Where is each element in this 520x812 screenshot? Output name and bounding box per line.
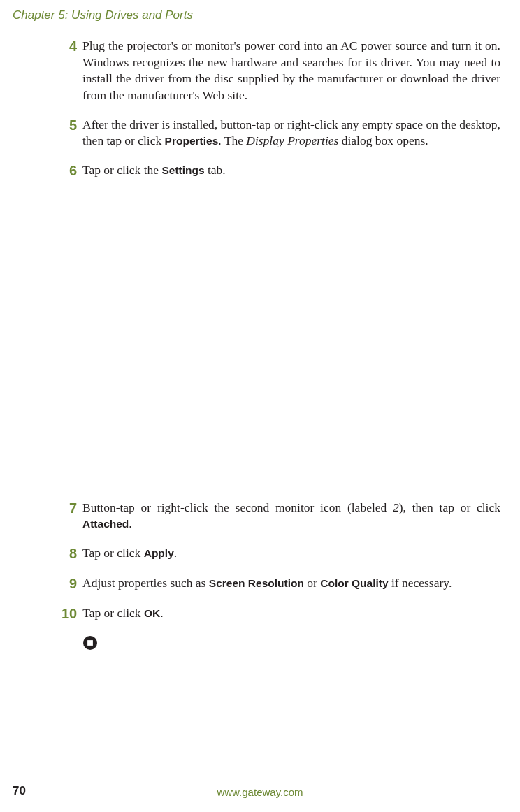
step-number: 10 bbox=[62, 605, 82, 623]
step-number: 7 bbox=[62, 500, 82, 532]
dialog-name: Display Properties bbox=[246, 133, 338, 147]
step-text: Button-tap or right-click the second mon… bbox=[82, 500, 393, 514]
ui-label-color-quality: Color Quality bbox=[320, 577, 388, 589]
ui-label-properties: Properties bbox=[165, 135, 219, 147]
step-number: 4 bbox=[62, 38, 82, 104]
ui-label-apply: Apply bbox=[144, 547, 174, 559]
ui-label-ok: OK bbox=[144, 607, 160, 619]
step-text: or bbox=[304, 576, 320, 590]
step-text: Plug the projector's or monitor's power … bbox=[82, 38, 500, 102]
step-text: . bbox=[174, 546, 177, 560]
step-body: Tap or click the Settings tab. bbox=[82, 162, 500, 180]
step-text: . The bbox=[218, 133, 246, 147]
step-text: Adjust properties such as bbox=[82, 576, 209, 590]
step-number: 9 bbox=[62, 575, 82, 593]
ui-label-screen-resolution: Screen Resolution bbox=[209, 577, 304, 589]
step-text: Tap or click bbox=[82, 546, 144, 560]
step-text: Tap or click the bbox=[82, 163, 161, 177]
footer-url: www.gateway.com bbox=[0, 786, 520, 798]
chapter-header: Chapter 5: Using Drives and Ports bbox=[13, 8, 193, 22]
step-body: Tap or click Apply. bbox=[82, 545, 500, 563]
step-text: if necessary. bbox=[389, 576, 452, 590]
step-text: tab. bbox=[205, 163, 226, 177]
step-body: Button-tap or right-click the second mon… bbox=[82, 500, 500, 532]
step-7: 7 Button-tap or right-click the second m… bbox=[62, 500, 500, 532]
svg-rect-1 bbox=[87, 640, 94, 646]
step-body: Tap or click OK. bbox=[82, 605, 500, 623]
monitor-label: 2 bbox=[393, 500, 399, 514]
step-8: 8 Tap or click Apply. bbox=[62, 545, 500, 563]
step-text: Tap or click bbox=[82, 606, 144, 620]
step-5: 5 After the driver is installed, button-… bbox=[62, 117, 500, 150]
image-placeholder-gap bbox=[62, 192, 500, 500]
step-text: dialog box opens. bbox=[338, 133, 428, 147]
step-number: 8 bbox=[62, 545, 82, 563]
step-text: . bbox=[160, 606, 163, 620]
step-body: After the driver is installed, button-ta… bbox=[82, 117, 500, 150]
content-area: 4 Plug the projector's or monitor's powe… bbox=[62, 38, 500, 651]
end-of-procedure-icon bbox=[82, 635, 500, 651]
ui-label-settings: Settings bbox=[161, 164, 204, 176]
step-number: 6 bbox=[62, 162, 82, 180]
step-text: . bbox=[129, 516, 131, 530]
step-4: 4 Plug the projector's or monitor's powe… bbox=[62, 38, 500, 104]
step-number: 5 bbox=[62, 117, 82, 150]
ui-label-attached: Attached bbox=[82, 518, 129, 530]
step-body: Plug the projector's or monitor's power … bbox=[82, 38, 500, 104]
step-10: 10 Tap or click OK. bbox=[62, 605, 500, 623]
step-9: 9 Adjust properties such as Screen Resol… bbox=[62, 575, 500, 593]
step-body: Adjust properties such as Screen Resolut… bbox=[82, 575, 500, 593]
step-6: 6 Tap or click the Settings tab. bbox=[62, 162, 500, 180]
step-text: ), then tap or click bbox=[399, 500, 500, 514]
